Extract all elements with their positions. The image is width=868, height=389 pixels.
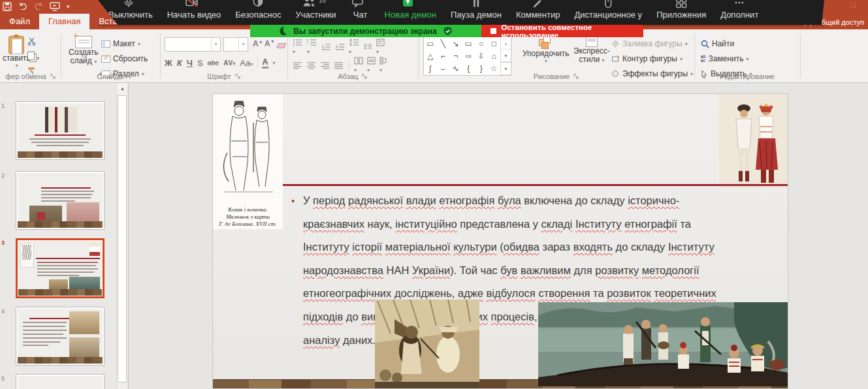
align-right-button[interactable]: [320, 61, 330, 69]
text-shadow-button[interactable]: S: [197, 58, 203, 68]
text-run: України: [412, 264, 450, 276]
paragraph-dialog-launcher[interactable]: [362, 74, 367, 79]
convert-smartart-button[interactable]: ▾: [379, 57, 389, 74]
shape-option[interactable]: ▭: [424, 37, 437, 50]
tab-home[interactable]: Главная: [39, 14, 89, 29]
customize-qat-button[interactable]: ▾: [67, 1, 70, 12]
slide-divider-line[interactable]: [283, 184, 788, 186]
change-case-button[interactable]: Aa▾: [240, 58, 253, 68]
zoom-tool-annotate[interactable]: Комментир: [516, 0, 560, 20]
columns-button[interactable]: [363, 43, 372, 51]
zoom-tool-participants[interactable]: 16ˇУчастники: [295, 0, 336, 20]
decrease-indent-button[interactable]: [321, 43, 331, 51]
slide-image-folk-couple[interactable]: [719, 94, 788, 188]
text-run: етнографії: [624, 218, 677, 230]
text-run: НАН: [383, 264, 412, 276]
font-name-combo[interactable]: ▾: [165, 37, 221, 52]
paste-button[interactable]: ставить ▾: [3, 36, 31, 69]
tab-file[interactable]: Файл: [0, 14, 39, 29]
thumbnail-scrollbar[interactable]: ▲: [116, 83, 127, 389]
stop-icon: [490, 28, 496, 34]
new-slide-button[interactable]: Создать слайд ▾: [69, 36, 99, 66]
zoom-tool-chat[interactable]: ˇЧат: [351, 0, 370, 20]
shape-option[interactable]: △: [424, 50, 437, 62]
shrink-font-button[interactable]: А▼: [265, 39, 275, 48]
zoom-tool-label: Чат: [353, 10, 368, 20]
layout-button[interactable]: Макет▾: [101, 37, 140, 50]
font-dialog-launcher[interactable]: [235, 74, 240, 79]
shapes-scroll-down[interactable]: ▼: [501, 50, 511, 62]
zoom-tool-start-video[interactable]: ˇНачать видео: [167, 0, 221, 20]
slide-thumbnail-3[interactable]: [16, 238, 104, 298]
shape-option[interactable]: ⌂: [488, 50, 501, 62]
find-button[interactable]: Найти: [701, 37, 734, 50]
slide-image-ethnographer-photo[interactable]: [375, 300, 479, 389]
arrange-button[interactable]: Упорядочить ▾: [522, 37, 569, 64]
zoom-tool-pause-share[interactable]: Пауза демон: [451, 0, 502, 20]
shape-option[interactable]: ⌐: [437, 50, 450, 62]
shape-fill-button[interactable]: Заливка фигуры▾: [611, 37, 688, 50]
stop-share-button[interactable]: Остановить совместное использование: [481, 25, 643, 37]
text-run: створення: [538, 287, 590, 299]
align-center-button[interactable]: [306, 61, 316, 69]
undo-button[interactable]: [18, 2, 27, 11]
quick-styles-button[interactable]: Экспресс- стили ▾: [573, 37, 610, 65]
align-text-button[interactable]: ▾: [367, 57, 376, 74]
clipboard-dialog-launcher[interactable]: [50, 74, 56, 79]
share-status-banner: Вы запустили демонстрацию экрана: [250, 25, 481, 37]
zoom-tool-more[interactable]: Дополнит: [720, 0, 758, 20]
bold-button[interactable]: Ж: [165, 58, 172, 68]
shape-option[interactable]: ╲: [437, 37, 450, 50]
slide-thumbnail-4[interactable]: [16, 307, 104, 366]
numbering-button[interactable]: ▾: [307, 39, 317, 55]
shape-outline-button[interactable]: Контур фигуры▾: [611, 52, 683, 65]
drawing-dialog-launcher[interactable]: [573, 74, 579, 79]
strikethrough-button[interactable]: abc: [208, 59, 219, 67]
slide-image-cossack-engraving[interactable]: Козак і козачка. Малюнок з карти Г. де Б…: [213, 94, 283, 229]
shape-option[interactable]: ○: [475, 37, 488, 50]
slide-thumbnail-panel: 1 2 3 4 5: [0, 83, 116, 389]
clear-formatting-button[interactable]: [278, 41, 285, 50]
bullets-button[interactable]: ▾: [293, 39, 303, 55]
underline-button[interactable]: Ч: [187, 58, 193, 68]
slide-thumbnail-2[interactable]: [16, 171, 104, 230]
slide-thumbnail-5[interactable]: [16, 374, 104, 389]
character-spacing-button[interactable]: АV▾: [223, 59, 235, 67]
font-size-combo[interactable]: ▾: [223, 37, 248, 52]
font-color-button[interactable]: А: [262, 57, 268, 69]
zoom-tool-mute[interactable]: ˇВыключить: [108, 0, 153, 20]
scrollbar-up-arrow[interactable]: ▲: [118, 84, 127, 94]
save-button[interactable]: [3, 2, 12, 11]
shape-option[interactable]: ⇨: [462, 50, 475, 62]
start-slideshow-button[interactable]: [50, 2, 60, 11]
align-left-button[interactable]: [293, 61, 302, 69]
add-columns-button[interactable]: ▾: [354, 57, 363, 74]
zoom-tool-remote-control[interactable]: Дистанционное у: [574, 0, 642, 20]
shapes-scroll-up[interactable]: ▲: [501, 37, 511, 50]
redo-button[interactable]: [34, 2, 43, 11]
shape-option[interactable]: □: [488, 37, 501, 50]
zoom-tool-new-share[interactable]: ˇНовая демон: [385, 0, 436, 20]
line-spacing-button[interactable]: ▾: [349, 39, 359, 55]
zoom-tool-apps[interactable]: Приложения: [656, 0, 706, 20]
text-run: до складу: [613, 241, 668, 253]
slide-canvas[interactable]: Козак і козачка. Малюнок з карти Г. де Б…: [212, 93, 788, 389]
scrollbar-thumb[interactable]: [118, 95, 127, 382]
zoom-tool-security[interactable]: Безопаснос: [235, 0, 281, 20]
slide-thumbnail-1[interactable]: [16, 101, 104, 160]
slide-image-boat-painting[interactable]: [538, 302, 788, 386]
increase-indent-button[interactable]: [335, 43, 345, 51]
zoom-tool-label: Безопаснос: [235, 10, 281, 20]
shape-option[interactable]: ⇩: [475, 50, 488, 62]
copy-button[interactable]: ▾: [27, 52, 39, 62]
replace-button[interactable]: abac Заменить▾: [701, 52, 749, 65]
grow-font-button[interactable]: А▲: [253, 39, 263, 48]
cut-button[interactable]: [27, 37, 36, 48]
italic-button[interactable]: К: [177, 58, 182, 68]
shape-option[interactable]: ▭: [462, 37, 475, 50]
reset-button[interactable]: Сбросить: [101, 52, 148, 65]
shape-option[interactable]: ¬: [449, 50, 462, 62]
justify-button[interactable]: [334, 61, 344, 69]
text-direction-button[interactable]: ▾: [376, 39, 385, 55]
shape-option[interactable]: ↘: [449, 37, 462, 50]
